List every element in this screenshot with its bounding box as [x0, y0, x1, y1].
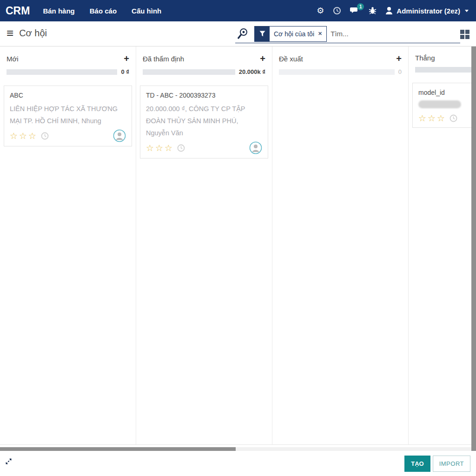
- user-name: Administrator (2ez): [397, 7, 460, 15]
- kanban-column-da-tham-dinh: Đã thẩm định + 20.000k ₫ TD - ABC - 2000…: [136, 46, 272, 444]
- search-bar: Cơ hội của tôi ✕: [235, 25, 460, 43]
- assignee-avatar[interactable]: [249, 141, 262, 154]
- column-title: Đã thẩm định: [143, 55, 184, 63]
- navbar-right: ⚙ 1 Administrator (2ez): [317, 7, 476, 15]
- kanban-card[interactable]: TD - ABC - 2000393273 20.000.000 ₫, CÔNG…: [140, 86, 268, 159]
- breadcrumb: ≡ Cơ hội: [7, 27, 47, 39]
- priority-stars[interactable]: ☆☆☆: [418, 113, 446, 124]
- column-progressbar: [415, 67, 471, 73]
- menu-bao-cao[interactable]: Báo cáo: [90, 7, 117, 15]
- user-menu[interactable]: Administrator (2ez): [385, 7, 469, 15]
- column-title: Mới: [7, 55, 19, 63]
- messages-icon[interactable]: 1: [350, 7, 360, 15]
- menu-ban-hang[interactable]: Bán hàng: [43, 7, 74, 15]
- menu-cau-hinh[interactable]: Cấu hình: [132, 7, 161, 15]
- user-avatar-icon: [385, 7, 393, 15]
- control-panel: ≡ Cơ hội Cơ hội của tôi ✕: [0, 21, 476, 46]
- facet-label: Cơ hội của tôi: [274, 30, 314, 38]
- kanban-column-thang: Thắng model_id ☆☆☆: [409, 46, 471, 444]
- add-record-button[interactable]: +: [260, 54, 265, 63]
- redacted-text-blur: [418, 100, 461, 108]
- card-title: TD - ABC - 2000393273: [146, 92, 262, 99]
- card-description: 20.000.000 ₫, CÔNG TY CP TẬP ĐOÀN THỦY S…: [146, 103, 262, 139]
- search-magnifier-icon[interactable]: [236, 27, 249, 40]
- filter-funnel-icon: [255, 26, 270, 41]
- priority-stars[interactable]: ☆☆☆: [146, 143, 174, 153]
- card-description: LIÊN HIỆP HỢP TÁC XÃ THƯƠNG MẠI TP. HỒ C…: [10, 103, 126, 127]
- column-title: Đề xuất: [279, 55, 303, 63]
- expand-resize-icon[interactable]: [5, 457, 13, 465]
- import-button[interactable]: IMPORT: [433, 456, 470, 472]
- app-brand[interactable]: CRM: [6, 5, 30, 17]
- column-total: 20.000k ₫: [239, 68, 265, 75]
- top-navbar: CRM Bán hàng Báo cáo Cấu hình ⚙ 1 Admini…: [0, 0, 476, 21]
- add-record-button[interactable]: +: [124, 54, 129, 63]
- column-total: 0 ₫: [121, 68, 129, 75]
- hamburger-menu-icon[interactable]: ≡: [7, 27, 13, 39]
- search-facet[interactable]: Cơ hội của tôi ✕: [254, 26, 327, 42]
- kanban-bottom-border: [0, 444, 471, 445]
- priority-stars[interactable]: ☆☆☆: [10, 131, 38, 141]
- kanban-board: Mới + 0 ₫ ABC LIÊN HIỆP HỢP TÁC XÃ THƯƠN…: [0, 46, 471, 444]
- kanban-card[interactable]: ABC LIÊN HIỆP HỢP TÁC XÃ THƯƠNG MẠI TP. …: [4, 86, 132, 146]
- kanban-card[interactable]: model_id ☆☆☆: [412, 83, 471, 128]
- activity-clock-icon[interactable]: [450, 114, 457, 122]
- message-count-badge: 1: [357, 3, 364, 10]
- kanban-view-switcher-icon[interactable]: [460, 30, 470, 40]
- column-progressbar: [7, 69, 117, 75]
- footer-bar: TẠO IMPORT: [0, 451, 476, 476]
- card-title: ABC: [10, 92, 126, 99]
- search-input[interactable]: [327, 30, 460, 38]
- create-button[interactable]: TẠO: [404, 456, 430, 472]
- vertical-scrollbar[interactable]: [471, 46, 476, 451]
- kanban-column-moi: Mới + 0 ₫ ABC LIÊN HIỆP HỢP TÁC XÃ THƯƠN…: [0, 46, 136, 444]
- card-title: model_id: [418, 89, 466, 96]
- column-title: Thắng: [415, 54, 435, 62]
- main-menu: Bán hàng Báo cáo Cấu hình: [43, 7, 161, 15]
- kanban-column-de-xuat: Đề xuất + 0: [272, 46, 409, 444]
- activity-clock-icon[interactable]: [177, 144, 185, 152]
- activity-clock-icon[interactable]: [333, 7, 341, 15]
- activity-clock-icon[interactable]: [41, 132, 49, 140]
- column-total: 0: [398, 68, 402, 75]
- bug-icon[interactable]: [369, 7, 377, 15]
- horizontal-scrollbar-track[interactable]: [0, 447, 471, 451]
- settings-gear-icon[interactable]: ⚙: [317, 7, 324, 15]
- column-progressbar: [279, 69, 395, 75]
- facet-remove-icon[interactable]: ✕: [318, 31, 322, 37]
- chevron-down-icon: [465, 10, 469, 12]
- add-record-button[interactable]: +: [396, 54, 402, 63]
- column-progressbar: [143, 69, 235, 75]
- horizontal-scrollbar-thumb[interactable]: [0, 447, 236, 451]
- page-title: Cơ hội: [19, 28, 47, 39]
- assignee-avatar[interactable]: [113, 129, 126, 142]
